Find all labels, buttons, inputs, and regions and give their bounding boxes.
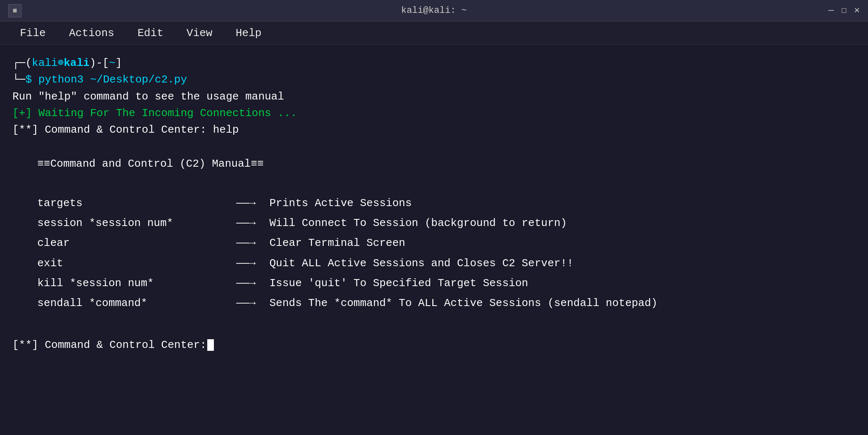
manual-row-0: targets ——→ Prints Active Sessions xyxy=(37,195,856,211)
blank-line-2 xyxy=(37,184,856,195)
cmd-desc-1: Will Connect To Session (background to r… xyxy=(269,215,567,231)
manual-row-3: exit ——→ Quit ALL Active Sessions and Cl… xyxy=(37,255,856,272)
waiting-line: [+] Waiting For The Incoming Connections… xyxy=(12,105,856,122)
window-controls: — ☐ ✕ xyxy=(828,6,860,15)
prompt-user: kali xyxy=(32,55,58,71)
terminal-cursor xyxy=(207,339,214,351)
manual-row-2: clear ——→ Clear Terminal Screen xyxy=(37,235,856,251)
prompt-skull-icon: ☸ xyxy=(58,56,63,71)
cmd-desc-5: Sends The *command* To ALL Active Sessio… xyxy=(269,295,657,311)
terminal-body[interactable]: ┌─( kali ☸ kali )-[ ~ ] └─ $ python3 ~/D… xyxy=(0,45,868,435)
arrow-4: ——→ xyxy=(236,275,269,292)
manual-section: ≡≡Command and Control (C2) Manual≡≡ targ… xyxy=(37,156,856,311)
menu-help[interactable]: Help xyxy=(224,23,273,44)
cmd-name-2: clear xyxy=(37,235,236,251)
cmd-name-5: sendall *command* xyxy=(37,295,236,311)
arrow-0: ——→ xyxy=(236,195,269,211)
manual-row-4: kill *session num* ——→ Issue 'quit' To S… xyxy=(37,275,856,292)
maximize-button[interactable]: ☐ xyxy=(841,6,847,15)
terminal-window: ■ kali@kali: ~ — ☐ ✕ File Actions Edit V… xyxy=(0,0,868,435)
menu-view[interactable]: View xyxy=(175,23,224,44)
manual-title: ≡≡Command and Control (C2) Manual≡≡ xyxy=(37,156,856,172)
window-icon: ■ xyxy=(8,4,22,17)
blank-line-4 xyxy=(12,326,856,337)
cmd-desc-2: Clear Terminal Screen xyxy=(269,235,405,251)
cc-prompt-1: [**] Command & Control Center: help xyxy=(12,122,856,138)
blank-line-3 xyxy=(12,315,856,326)
cmd-desc-4: Issue 'quit' To Specified Target Session xyxy=(269,275,528,292)
title-bar-left: ■ xyxy=(8,4,22,17)
blank-line-1 xyxy=(12,138,856,149)
cc-prompt-2-text: [**] Command & Control Center: xyxy=(12,337,206,353)
menu-actions[interactable]: Actions xyxy=(57,23,126,44)
prompt-dollar: $ xyxy=(25,71,38,88)
cmd-desc-3: Quit ALL Active Sessions and Closes C2 S… xyxy=(269,255,573,272)
prompt-line-1: ┌─( kali ☸ kali )-[ ~ ] xyxy=(12,55,856,71)
manual-row-1: session *session num* ——→ Will Connect T… xyxy=(37,215,856,231)
prompt-close-paren: )-[ xyxy=(90,55,109,71)
arrow-3: ——→ xyxy=(236,255,269,272)
cmd-name-0: targets xyxy=(37,195,236,211)
arrow-1: ——→ xyxy=(236,215,269,231)
command-text: python3 ~/Desktop/c2.py xyxy=(38,71,187,88)
cc-prompt-2-line[interactable]: [**] Command & Control Center: xyxy=(12,337,856,353)
prompt-host: kali xyxy=(64,55,90,71)
cmd-name-4: kill *session num* xyxy=(37,275,236,292)
prompt-open-paren: ┌─( xyxy=(12,55,32,71)
command-line: └─ $ python3 ~/Desktop/c2.py xyxy=(12,71,856,88)
cmd-name-1: session *session num* xyxy=(37,215,236,231)
arrow-5: ——→ xyxy=(236,295,269,311)
window-title: kali@kali: ~ xyxy=(401,5,467,16)
manual-row-5: sendall *command* ——→ Sends The *command… xyxy=(37,295,856,311)
menu-file[interactable]: File xyxy=(8,23,57,44)
cmd-name-3: exit xyxy=(37,255,236,272)
title-bar: ■ kali@kali: ~ — ☐ ✕ xyxy=(0,0,868,22)
minimize-button[interactable]: — xyxy=(828,6,834,15)
arrow-2: ——→ xyxy=(236,235,269,251)
menu-bar: File Actions Edit View Help xyxy=(0,22,868,45)
menu-edit[interactable]: Edit xyxy=(126,23,175,44)
cmd-desc-0: Prints Active Sessions xyxy=(269,195,412,211)
close-button[interactable]: ✕ xyxy=(854,6,860,15)
prompt-dash: └─ xyxy=(12,71,25,88)
prompt-dir: ~ xyxy=(109,55,116,71)
prompt-bracket-close: ] xyxy=(116,55,122,71)
terminal-icon: ■ xyxy=(13,7,17,15)
info-line: Run "help" command to see the usage manu… xyxy=(12,88,856,105)
